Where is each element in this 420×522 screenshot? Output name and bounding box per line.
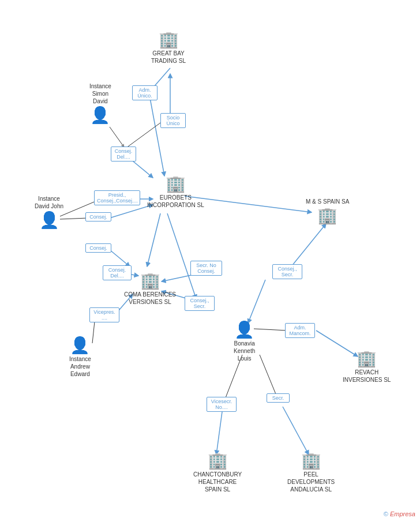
adm-mancom-badge[interactable]: Adm.Mancom. (285, 323, 315, 338)
svg-line-1 (150, 98, 164, 176)
david-john-node: Instance David John 👤 (35, 193, 63, 228)
consej-secr-1-badge[interactable]: Consej.,Secr. (272, 264, 302, 279)
david-john-icon: 👤 (39, 212, 59, 228)
m-s-spain-icon: 🏢 (317, 208, 337, 224)
eurobets-node: 🏢 EUROBETS INCORPORATION SL (147, 176, 204, 209)
great-bay-label: GREAT BAY TRADING SL (151, 50, 186, 65)
svg-line-2 (110, 127, 124, 147)
revach-label: REVACH INVERSIONES SL (343, 369, 391, 384)
david-john-label: Instance David John (35, 195, 63, 210)
bonavia-kenneth-node: 👤 Bonavia Kenneth Louis (234, 322, 255, 362)
revach-node: 🏢 REVACH INVERSIONES SL (343, 351, 391, 384)
svg-line-12 (147, 213, 160, 266)
great-bay-icon: 🏢 (159, 32, 179, 48)
chanctonbury-label: CHANCTONBURY HEALTHCARE SPAIN SL (193, 471, 242, 493)
m-s-spain-label: M & S SPAIN SA (306, 198, 349, 205)
svg-line-10 (110, 250, 130, 266)
coma-berenices-icon: 🏢 (140, 273, 160, 289)
svg-line-24 (283, 407, 309, 455)
secr-badge[interactable]: Secr. (267, 393, 290, 403)
svg-line-23 (216, 412, 222, 455)
copyright-symbol: © (384, 510, 388, 517)
great-bay-node: 🏢 GREAT BAY TRADING SL (151, 32, 186, 65)
svg-line-25 (248, 280, 265, 323)
consej-secr-2-badge[interactable]: Consej.,Secr. (185, 296, 215, 311)
adm-unico-badge[interactable]: Adm.Único. (132, 85, 158, 100)
svg-line-9 (110, 205, 153, 218)
andrew-edward-icon: 👤 (70, 337, 90, 354)
consej-del-1-badge[interactable]: Consej.Del.... (111, 147, 136, 162)
vicepres-badge[interactable]: Vicepres..... (89, 307, 119, 322)
eurobets-label: EUROBETS INCORPORATION SL (147, 194, 204, 209)
simon-david-label: Instance Simon David (89, 82, 111, 105)
andrew-edward-label: Instance Andrew Edward (69, 355, 91, 378)
secr-no-consej-badge[interactable]: Secr. NoConsej. (190, 261, 222, 276)
coma-berenices-label: COMA BERENICES VERSIONES SL (124, 291, 176, 306)
peel-label: PEEL DEVELOPMENTS ANDALUCIA SL (287, 471, 335, 493)
eurobets-icon: 🏢 (166, 176, 186, 192)
andrew-edward-node: 👤 Instance Andrew Edward (69, 337, 91, 378)
peel-icon: 🏢 (301, 453, 321, 469)
watermark: © Empresa (384, 510, 415, 517)
m-s-spain-node: M & S SPAIN SA 🏢 (306, 196, 349, 224)
diagram: 🏢 GREAT BAY TRADING SL Instance Simon Da… (0, 0, 420, 522)
chanctonbury-node: 🏢 CHANCTONBURY HEALTHCARE SPAIN SL (193, 453, 242, 493)
simon-david-node: Instance Simon David 👤 (89, 81, 111, 123)
brand-name: Empresa (390, 510, 415, 517)
revach-icon: 🏢 (357, 351, 377, 367)
svg-line-7 (60, 218, 88, 219)
coma-berenices-node: 🏢 COMA BERENICES VERSIONES SL (124, 273, 176, 306)
svg-line-15 (291, 224, 326, 266)
peel-node: 🏢 PEEL DEVELOPMENTS ANDALUCIA SL (287, 453, 335, 493)
consej-del-2-badge[interactable]: Consej.Del.... (103, 265, 132, 280)
socio-unico-badge[interactable]: SocioÚnico (160, 113, 186, 128)
presid-consej-badge[interactable]: Presid.,Consej.,Consej.... (94, 190, 140, 205)
consej-2-badge[interactable]: Consej. (85, 243, 111, 253)
vicesecr-no-badge[interactable]: Vicesecr.No.... (207, 397, 237, 412)
svg-line-22 (260, 355, 277, 397)
simon-david-icon: 👤 (90, 107, 110, 123)
chanctonbury-icon: 🏢 (208, 453, 228, 469)
svg-line-19 (254, 329, 287, 331)
bonavia-kenneth-icon: 👤 (234, 322, 254, 338)
consej-1-badge[interactable]: Consej. (85, 212, 111, 221)
bonavia-kenneth-label: Bonavia Kenneth Louis (234, 340, 255, 362)
